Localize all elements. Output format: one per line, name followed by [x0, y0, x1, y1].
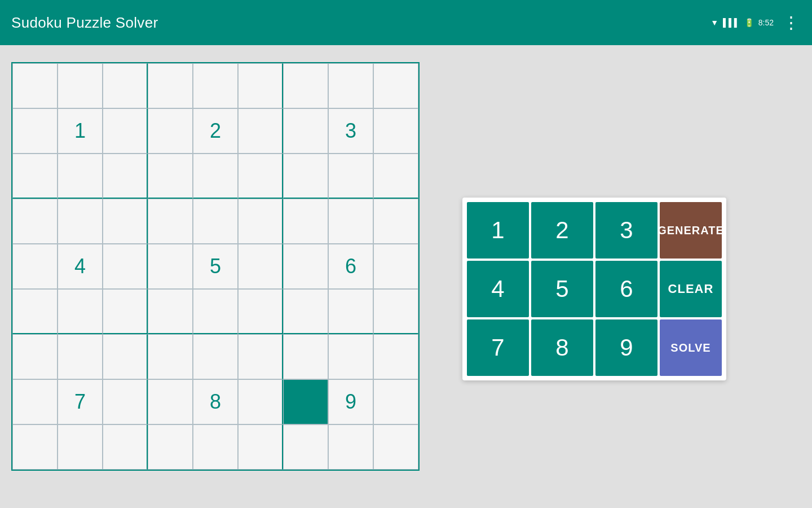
cell-6-5[interactable] — [238, 334, 283, 379]
cell-6-0[interactable] — [12, 334, 58, 379]
cell-6-2[interactable] — [103, 334, 148, 379]
cell-2-7[interactable] — [328, 154, 373, 199]
generate-button[interactable]: GENERATE — [660, 202, 722, 259]
cell-4-6[interactable] — [283, 244, 328, 289]
cell-0-8[interactable] — [373, 63, 418, 108]
numpad-6[interactable]: 6 — [595, 261, 657, 317]
cell-1-3[interactable] — [148, 108, 193, 154]
cell-6-1[interactable] — [58, 334, 103, 379]
numpad-3[interactable]: 3 — [595, 202, 657, 259]
cell-8-7[interactable] — [328, 424, 373, 470]
cell-7-7[interactable]: 9 — [328, 379, 373, 424]
cell-5-8[interactable] — [373, 289, 418, 334]
cell-0-5[interactable] — [238, 63, 283, 108]
cell-4-7[interactable]: 6 — [328, 244, 373, 289]
cell-2-8[interactable] — [373, 154, 418, 199]
cell-3-6[interactable] — [283, 199, 328, 244]
cell-1-0[interactable] — [12, 108, 58, 154]
cell-5-4[interactable] — [193, 289, 238, 334]
numpad-2[interactable]: 2 — [531, 202, 593, 259]
cell-6-7[interactable] — [328, 334, 373, 379]
numpad-7[interactable]: 7 — [467, 319, 529, 376]
cell-6-8[interactable] — [373, 334, 418, 379]
cell-7-5[interactable] — [238, 379, 283, 424]
cell-1-7[interactable]: 3 — [328, 108, 373, 154]
cell-8-5[interactable] — [238, 424, 283, 470]
cell-2-4[interactable] — [193, 154, 238, 199]
cell-3-8[interactable] — [373, 199, 418, 244]
cell-1-8[interactable] — [373, 108, 418, 154]
cell-8-3[interactable] — [148, 424, 193, 470]
cell-5-3[interactable] — [148, 289, 193, 334]
more-options-icon[interactable]: ⋮ — [783, 14, 801, 31]
cell-7-6[interactable] — [283, 379, 328, 424]
cell-2-3[interactable] — [148, 154, 193, 199]
cell-5-2[interactable] — [103, 289, 148, 334]
cell-0-2[interactable] — [103, 63, 148, 108]
cell-7-0[interactable] — [12, 379, 58, 424]
cell-8-4[interactable] — [193, 424, 238, 470]
top-bar: Sudoku Puzzle Solver ▼ ▌▌▌ 🔋 8:52 ⋮ — [0, 0, 812, 45]
cell-2-6[interactable] — [283, 154, 328, 199]
cell-1-2[interactable] — [103, 108, 148, 154]
cell-5-7[interactable] — [328, 289, 373, 334]
numpad-5[interactable]: 5 — [531, 261, 593, 317]
battery-icon: 🔋 — [744, 18, 754, 27]
cell-6-6[interactable] — [283, 334, 328, 379]
status-icons: ▼ ▌▌▌ 🔋 8:52 — [710, 18, 774, 27]
app-title: Sudoku Puzzle Solver — [11, 14, 158, 32]
cell-8-0[interactable] — [12, 424, 58, 470]
cell-1-5[interactable] — [238, 108, 283, 154]
cell-1-6[interactable] — [283, 108, 328, 154]
numpad-1[interactable]: 1 — [467, 202, 529, 259]
cell-7-4[interactable]: 8 — [193, 379, 238, 424]
cell-1-1[interactable]: 1 — [58, 108, 103, 154]
cell-4-1[interactable]: 4 — [58, 244, 103, 289]
cell-2-0[interactable] — [12, 154, 58, 199]
cell-2-5[interactable] — [238, 154, 283, 199]
cell-4-8[interactable] — [373, 244, 418, 289]
cell-3-7[interactable] — [328, 199, 373, 244]
cell-3-1[interactable] — [58, 199, 103, 244]
cell-0-4[interactable] — [193, 63, 238, 108]
cell-4-0[interactable] — [12, 244, 58, 289]
numpad-8[interactable]: 8 — [531, 319, 593, 376]
cell-0-6[interactable] — [283, 63, 328, 108]
cell-5-1[interactable] — [58, 289, 103, 334]
cell-8-8[interactable] — [373, 424, 418, 470]
cell-0-0[interactable] — [12, 63, 58, 108]
cell-7-2[interactable] — [103, 379, 148, 424]
cell-5-5[interactable] — [238, 289, 283, 334]
cell-4-2[interactable] — [103, 244, 148, 289]
numpad-4[interactable]: 4 — [467, 261, 529, 317]
cell-7-1[interactable]: 7 — [58, 379, 103, 424]
cell-0-7[interactable] — [328, 63, 373, 108]
cell-7-3[interactable] — [148, 379, 193, 424]
cell-4-5[interactable] — [238, 244, 283, 289]
cell-6-3[interactable] — [148, 334, 193, 379]
cell-8-1[interactable] — [58, 424, 103, 470]
clear-button[interactable]: CLEAR — [660, 261, 722, 317]
cell-8-6[interactable] — [283, 424, 328, 470]
cell-4-4[interactable]: 5 — [193, 244, 238, 289]
cell-3-0[interactable] — [12, 199, 58, 244]
controls-panel: 1 2 3 GENERATE 4 5 6 CLEAR 7 8 9 SOLVE — [462, 198, 726, 380]
cell-3-2[interactable] — [103, 199, 148, 244]
cell-4-3[interactable] — [148, 244, 193, 289]
cell-3-5[interactable] — [238, 199, 283, 244]
cell-1-4[interactable]: 2 — [193, 108, 238, 154]
cell-3-3[interactable] — [148, 199, 193, 244]
cell-0-1[interactable] — [58, 63, 103, 108]
cell-5-0[interactable] — [12, 289, 58, 334]
cell-2-1[interactable] — [58, 154, 103, 199]
cell-5-6[interactable] — [283, 289, 328, 334]
cell-0-3[interactable] — [148, 63, 193, 108]
cell-3-4[interactable] — [193, 199, 238, 244]
cell-2-2[interactable] — [103, 154, 148, 199]
numpad-9[interactable]: 9 — [595, 319, 657, 376]
solve-button[interactable]: SOLVE — [660, 319, 722, 376]
cell-7-8[interactable] — [373, 379, 418, 424]
sudoku-grid: 123456789 — [11, 62, 420, 471]
cell-8-2[interactable] — [103, 424, 148, 470]
cell-6-4[interactable] — [193, 334, 238, 379]
